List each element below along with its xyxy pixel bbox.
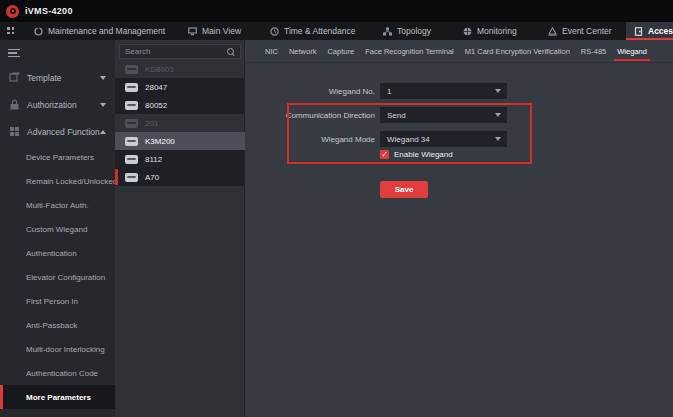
communication-direction-select[interactable]: Send [380,107,507,123]
chevron-down-icon [100,103,106,107]
sidebar-item-authentication[interactable]: Authentication [0,241,115,265]
nav-tab-monitoring[interactable]: Monitoring [463,22,517,40]
nav-tab-label: Time & Attendance [284,26,356,36]
device-row-80052[interactable]: 80052 [115,96,245,114]
settings-tab-bar: NIC Network Capture Face Recognition Ter… [245,40,673,63]
sidebar-item-label: Device Parameters [26,153,94,162]
sidebar-item-label: First Person In [26,297,78,306]
device-icon [125,119,138,128]
device-icon [125,173,138,182]
nav-tab-label: Access [648,26,673,36]
template-icon [9,72,20,83]
enable-wiegand-checkbox[interactable]: ✓ [380,150,389,159]
sidebar-item-label: Authentication [26,249,77,258]
function-sidebar: Template Authorization Advanced Function… [0,40,115,417]
device-row-28047[interactable]: 28047 [115,78,245,96]
main-content: NIC Network Capture Face Recognition Ter… [245,40,673,417]
main-navigation-bar: Maintenance and Management Main View Tim… [0,22,673,40]
chevron-down-icon [495,89,501,93]
globe-icon [463,27,472,36]
enable-wiegand-label: Enable Wiegand [394,150,453,159]
sidebar-item-remain-locked-unlocked[interactable]: Remain Locked/Unlocked [0,169,115,193]
sidebar-group-label: Advanced Function [27,127,100,137]
lock-icon [9,99,20,110]
sidebar-item-device-parameters[interactable]: Device Parameters [0,145,115,169]
wiegand-no-label: Wiegand No. [245,87,375,96]
sidebar-item-multi-factor-auth[interactable]: Multi-Factor Auth. [0,193,115,217]
sidebar-item-more-parameters[interactable]: More Parameters [0,385,115,409]
app-grid-icon[interactable] [6,26,15,35]
device-row-a70[interactable]: A70 [115,168,245,186]
chevron-down-icon [495,113,501,117]
nav-tab-main-view[interactable]: Main View [188,22,241,40]
sidebar-item-custom-wiegand[interactable]: Custom Wiegand [0,217,115,241]
tab-wiegand[interactable]: Wiegand [616,43,648,60]
nav-tab-event-center[interactable]: Event Center [548,22,612,40]
collapse-menu-icon[interactable] [8,49,20,57]
nav-tab-time-attendance[interactable]: Time & Attendance [270,22,356,40]
sidebar-group-label: Authorization [27,100,77,110]
sidebar-group-template[interactable]: Template [0,64,115,91]
device-row-201[interactable]: 201 [115,114,245,132]
sidebar-item-multi-door-interlocking[interactable]: Multi-door Interlocking [0,337,115,361]
device-name: 8112 [145,155,162,164]
tab-rs-485[interactable]: RS-485 [580,43,607,60]
tab-m1-card-encryption-verification[interactable]: M1 Card Encryption Verification [464,43,571,60]
device-name: 80052 [145,101,167,110]
device-list-panel: KD8003 28047 80052 201 K3M200 8112 A70 [115,40,245,417]
wiegand-no-value: 1 [387,87,391,96]
sidebar-group-authorization[interactable]: Authorization [0,91,115,118]
nav-tab-topology[interactable]: Topology [383,22,431,40]
wiegand-mode-label: Wiegand Mode [245,135,375,144]
wiegand-mode-select[interactable]: Wiegand 34 [380,131,507,147]
app-logo-icon [6,5,19,18]
device-name: 28047 [145,83,167,92]
nav-tab-access-control[interactable]: Access [626,22,673,40]
device-icon [125,155,138,164]
monitor-icon [188,27,197,36]
device-icon [125,137,138,146]
tab-capture[interactable]: Capture [326,43,355,60]
sidebar-group-advanced-function[interactable]: Advanced Function [0,118,115,145]
device-icon [125,101,138,110]
nav-tab-label: Main View [202,26,241,36]
chevron-down-icon [495,137,501,141]
nav-tab-label: Topology [397,26,431,36]
bell-icon [548,27,557,36]
wrench-icon [34,27,43,36]
sidebar-item-elevator-configuration[interactable]: Elevator Configuration [0,265,115,289]
door-icon [634,27,643,36]
device-row-kd8003[interactable]: KD8003 [115,60,245,78]
nav-tab-maintenance-and-management[interactable]: Maintenance and Management [34,22,165,40]
device-icon [125,83,138,92]
sidebar-item-label: Multi-Factor Auth. [26,201,89,210]
nav-tab-label: Maintenance and Management [48,26,165,36]
sidebar-item-label: Elevator Configuration [26,273,105,282]
search-icon[interactable] [227,48,235,56]
advanced-function-icon [9,126,20,137]
device-search-box[interactable] [119,44,241,59]
device-name: K3M200 [145,137,175,146]
communication-direction-value: Send [387,111,406,120]
sidebar-item-anti-passback[interactable]: Anti-Passback [0,313,115,337]
clock-icon [270,27,279,36]
wiegand-no-select[interactable]: 1 [380,83,507,99]
device-icon [125,65,138,74]
wiegand-mode-value: Wiegand 34 [387,135,430,144]
device-row-k3m200[interactable]: K3M200 [115,132,245,150]
sidebar-item-label: Multi-door Interlocking [26,345,105,354]
device-row-8112[interactable]: 8112 [115,150,245,168]
sidebar-item-label: Custom Wiegand [26,225,87,234]
chevron-up-icon [100,130,106,134]
tab-network[interactable]: Network [288,43,318,60]
sidebar-item-label: Authentication Code [26,369,98,378]
sidebar-item-authentication-code[interactable]: Authentication Code [0,361,115,385]
tab-face-recognition-terminal[interactable]: Face Recognition Terminal [364,43,455,60]
topology-icon [383,27,392,36]
search-input[interactable] [120,47,227,56]
sidebar-item-first-person-in[interactable]: First Person In [0,289,115,313]
device-name: 201 [145,119,158,128]
device-name: A70 [145,173,159,182]
save-button[interactable]: Save [380,181,428,198]
tab-nic[interactable]: NIC [264,43,279,60]
